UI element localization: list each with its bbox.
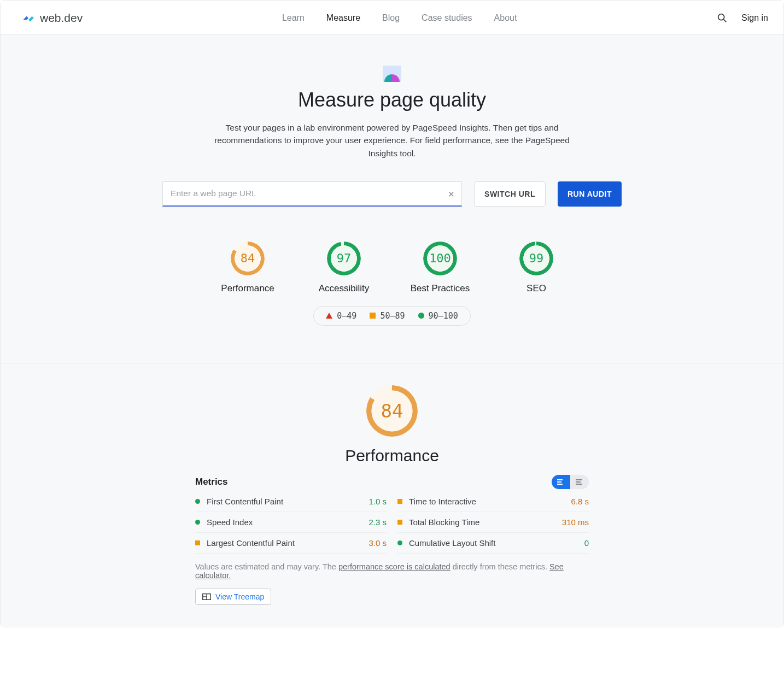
metrics-grid: First Contentful Paint 1.0 s Time to Int…	[195, 491, 589, 554]
status-dot-avg-icon	[195, 540, 200, 545]
gauge-value: 84	[231, 242, 265, 275]
hero-illustration-icon	[383, 66, 401, 82]
gauge-label: Accessibility	[319, 283, 370, 294]
url-form: × SWITCH URL RUN AUDIT	[11, 181, 773, 207]
gauge-accessibility[interactable]: 97 Accessibility	[311, 242, 377, 294]
page-subtitle: Test your pages in a lab environment pow…	[209, 121, 575, 160]
legend-mid: 50–89	[370, 311, 405, 321]
signin-link[interactable]: Sign in	[741, 13, 768, 23]
brand[interactable]: web.dev	[21, 11, 83, 25]
nav-about[interactable]: About	[494, 13, 517, 23]
gauge-value: 99	[519, 242, 553, 275]
status-dot-good-icon	[195, 520, 200, 525]
gauge-label: Best Practices	[411, 283, 470, 294]
nav-blog[interactable]: Blog	[382, 13, 400, 23]
triangle-icon	[326, 313, 332, 319]
metric-value: 6.8 s	[571, 497, 589, 506]
gauge-row: 84 Performance 97 Accessibility 100 Best…	[11, 242, 773, 294]
metric-row-lcp: Largest Contentful Paint 3.0 s	[195, 533, 387, 554]
status-dot-avg-icon	[397, 499, 402, 504]
nav-measure[interactable]: Measure	[326, 13, 360, 23]
metric-value: 0	[584, 538, 589, 548]
legend-low: 0–49	[326, 311, 356, 321]
run-audit-button[interactable]: RUN AUDIT	[558, 181, 622, 207]
status-dot-good-icon	[397, 540, 402, 545]
score-legend: 0–49 50–89 90–100	[313, 306, 470, 326]
status-dot-good-icon	[195, 499, 200, 504]
gauge-label: SEO	[526, 283, 546, 294]
search-icon[interactable]	[716, 12, 728, 24]
performance-heading: Performance	[1, 446, 783, 465]
metric-name: Speed Index	[207, 518, 253, 527]
metrics-title: Metrics	[195, 477, 228, 487]
gauge-performance[interactable]: 84 Performance	[215, 242, 280, 294]
brand-name: web.dev	[40, 11, 83, 25]
svg-point-0	[718, 14, 724, 20]
metric-value: 1.0 s	[368, 497, 387, 506]
view-treemap-button[interactable]: View Treemap	[195, 589, 271, 605]
gauge-seo[interactable]: 99 SEO	[504, 242, 569, 294]
gauge-best-practices[interactable]: 100 Best Practices	[407, 242, 473, 294]
svg-rect-5	[576, 479, 582, 480]
gauge-value: 100	[423, 242, 457, 275]
toggle-detail-button[interactable]	[570, 475, 589, 489]
switch-url-button[interactable]: SWITCH URL	[474, 181, 546, 207]
metric-row-si: Speed Index 2.3 s	[195, 512, 387, 533]
top-header: web.dev Learn Measure Blog Case studies …	[1, 1, 783, 35]
list-detail-icon	[576, 479, 583, 485]
svg-line-1	[723, 19, 726, 22]
svg-rect-3	[557, 481, 561, 483]
metric-name: First Contentful Paint	[207, 497, 283, 506]
metrics-footnote: Values are estimated and may vary. The p…	[195, 562, 589, 580]
metric-name: Total Blocking Time	[409, 518, 479, 527]
metric-value: 310 ms	[562, 518, 589, 527]
treemap-icon	[202, 593, 211, 600]
page-title: Measure page quality	[11, 89, 773, 111]
status-dot-avg-icon	[397, 520, 402, 525]
top-right-controls: Sign in	[716, 12, 768, 24]
gauge-label: Performance	[221, 283, 274, 294]
metric-row-cls: Cumulative Layout Shift 0	[397, 533, 589, 554]
svg-rect-7	[576, 484, 582, 485]
metric-name: Largest Contentful Paint	[207, 538, 295, 548]
main-nav: Learn Measure Blog Case studies About	[83, 13, 716, 23]
metrics-view-toggle	[552, 475, 589, 489]
performance-section: 84 Performance Metrics First Contentful …	[1, 363, 783, 627]
svg-rect-2	[557, 479, 563, 480]
url-input[interactable]	[162, 181, 462, 207]
metric-value: 2.3 s	[368, 518, 387, 527]
toggle-compact-button[interactable]	[552, 475, 570, 489]
metrics-panel: Metrics First Contentful Paint 1.0 s Tim	[195, 475, 589, 605]
nav-case-studies[interactable]: Case studies	[422, 13, 472, 23]
svg-rect-4	[557, 484, 563, 485]
metric-name: Time to Interactive	[409, 497, 476, 506]
perf-score-link[interactable]: performance score is calculated	[338, 562, 450, 571]
square-icon	[370, 313, 376, 319]
url-input-wrap: ×	[162, 181, 462, 207]
circle-icon	[418, 313, 424, 319]
metric-name: Cumulative Layout Shift	[409, 538, 495, 548]
metric-row-tti: Time to Interactive 6.8 s	[397, 491, 589, 512]
legend-high: 90–100	[418, 311, 458, 321]
list-compact-icon	[557, 479, 565, 485]
hero: Measure page quality Test your pages in …	[1, 35, 783, 363]
metric-value: 3.0 s	[368, 538, 387, 548]
webdev-logo-icon	[21, 11, 36, 25]
performance-big-gauge: 84	[366, 385, 418, 437]
close-icon[interactable]: ×	[448, 189, 454, 199]
gauge-value: 84	[366, 385, 418, 437]
nav-learn[interactable]: Learn	[282, 13, 305, 23]
gauge-value: 97	[327, 242, 361, 275]
svg-rect-6	[576, 481, 581, 483]
metric-row-fcp: First Contentful Paint 1.0 s	[195, 491, 387, 512]
metric-row-tbt: Total Blocking Time 310 ms	[397, 512, 589, 533]
